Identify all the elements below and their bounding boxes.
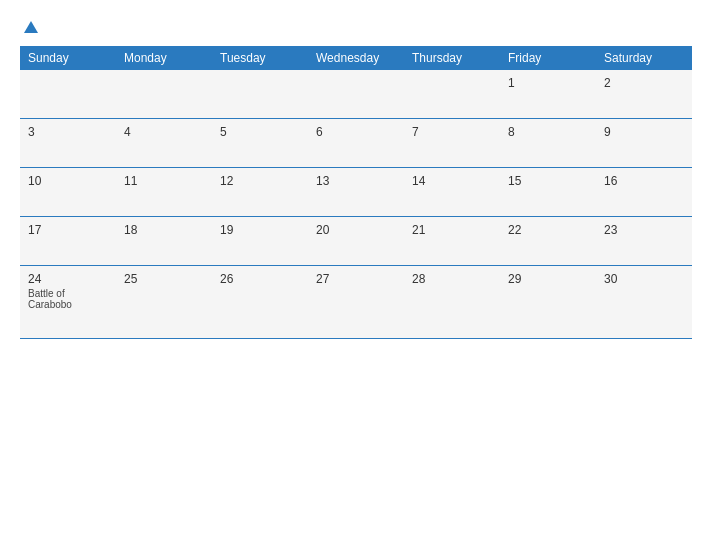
day-cell: 22	[500, 217, 596, 266]
day-number: 19	[220, 223, 300, 237]
week-row-3: 10111213141516	[20, 168, 692, 217]
day-number: 16	[604, 174, 684, 188]
day-number: 7	[412, 125, 492, 139]
day-cell: 2	[596, 70, 692, 119]
calendar-table: SundayMondayTuesdayWednesdayThursdayFrid…	[20, 46, 692, 339]
week-row-2: 3456789	[20, 119, 692, 168]
day-number: 15	[508, 174, 588, 188]
day-number: 30	[604, 272, 684, 286]
day-cell: 17	[20, 217, 116, 266]
day-number: 26	[220, 272, 300, 286]
day-number: 8	[508, 125, 588, 139]
day-cell: 30	[596, 266, 692, 339]
week-row-1: 12	[20, 70, 692, 119]
day-cell: 4	[116, 119, 212, 168]
week-row-4: 17181920212223	[20, 217, 692, 266]
day-cell: 13	[308, 168, 404, 217]
day-cell: 6	[308, 119, 404, 168]
day-number: 25	[124, 272, 204, 286]
day-header-friday: Friday	[500, 46, 596, 70]
day-cell: 1	[500, 70, 596, 119]
calendar-header	[20, 18, 692, 36]
calendar-page: SundayMondayTuesdayWednesdayThursdayFrid…	[0, 0, 712, 550]
day-cell: 15	[500, 168, 596, 217]
day-cell	[308, 70, 404, 119]
day-number: 9	[604, 125, 684, 139]
day-cell: 14	[404, 168, 500, 217]
day-number: 12	[220, 174, 300, 188]
day-number: 5	[220, 125, 300, 139]
day-number: 4	[124, 125, 204, 139]
day-cell: 24Battle of Carabobo	[20, 266, 116, 339]
day-cell: 23	[596, 217, 692, 266]
day-header-saturday: Saturday	[596, 46, 692, 70]
day-cell: 18	[116, 217, 212, 266]
day-cell: 20	[308, 217, 404, 266]
day-cell: 19	[212, 217, 308, 266]
day-cell	[404, 70, 500, 119]
day-cell: 28	[404, 266, 500, 339]
day-number: 11	[124, 174, 204, 188]
day-number: 10	[28, 174, 108, 188]
day-cell: 12	[212, 168, 308, 217]
day-number: 21	[412, 223, 492, 237]
day-number: 17	[28, 223, 108, 237]
day-cell: 5	[212, 119, 308, 168]
day-cell: 26	[212, 266, 308, 339]
day-header-monday: Monday	[116, 46, 212, 70]
day-number: 14	[412, 174, 492, 188]
day-header-thursday: Thursday	[404, 46, 500, 70]
day-number: 23	[604, 223, 684, 237]
day-cell: 11	[116, 168, 212, 217]
day-cell: 16	[596, 168, 692, 217]
day-cell: 25	[116, 266, 212, 339]
days-header-row: SundayMondayTuesdayWednesdayThursdayFrid…	[20, 46, 692, 70]
day-cell: 21	[404, 217, 500, 266]
logo	[20, 18, 42, 36]
day-cell: 3	[20, 119, 116, 168]
day-cell	[116, 70, 212, 119]
day-cell: 29	[500, 266, 596, 339]
day-number: 18	[124, 223, 204, 237]
day-cell: 9	[596, 119, 692, 168]
day-number: 24	[28, 272, 108, 286]
day-number: 1	[508, 76, 588, 90]
day-number: 20	[316, 223, 396, 237]
day-number: 13	[316, 174, 396, 188]
day-number: 28	[412, 272, 492, 286]
day-number: 29	[508, 272, 588, 286]
day-number: 6	[316, 125, 396, 139]
logo-triangle-icon	[24, 21, 38, 33]
day-header-sunday: Sunday	[20, 46, 116, 70]
day-cell: 27	[308, 266, 404, 339]
day-cell	[212, 70, 308, 119]
week-row-5: 24Battle of Carabobo252627282930	[20, 266, 692, 339]
day-number: 22	[508, 223, 588, 237]
day-number: 3	[28, 125, 108, 139]
day-number: 27	[316, 272, 396, 286]
day-number: 2	[604, 76, 684, 90]
day-header-tuesday: Tuesday	[212, 46, 308, 70]
day-cell	[20, 70, 116, 119]
day-header-wednesday: Wednesday	[308, 46, 404, 70]
holiday-label: Battle of Carabobo	[28, 288, 108, 310]
day-cell: 8	[500, 119, 596, 168]
day-cell: 7	[404, 119, 500, 168]
day-cell: 10	[20, 168, 116, 217]
